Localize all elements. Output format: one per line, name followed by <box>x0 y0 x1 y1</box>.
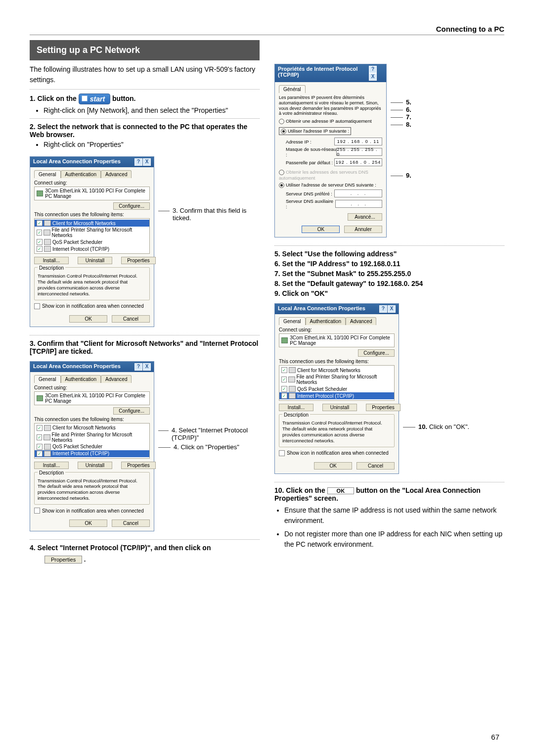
checkbox-icon <box>37 451 43 457</box>
service-icon <box>288 377 295 382</box>
checkbox-icon <box>281 377 287 382</box>
step-9: 9. Click on "OK" <box>274 289 504 297</box>
nic-icon <box>37 190 43 196</box>
dlg-title: Propriétés de Internet Protocol (TCP/IP) <box>278 66 368 81</box>
close-icon: X <box>388 305 396 313</box>
item-tcpip: Internet Protocol (TCP/IP) <box>297 393 354 399</box>
left-column: Setting up a PC Network The following il… <box>30 40 260 564</box>
step-1-suffix: button. <box>112 94 135 102</box>
description-text: Transmission Control Protocol/Internet P… <box>38 273 146 297</box>
uses-items-label: This connection uses the following items… <box>34 417 150 422</box>
radio-icon <box>279 170 284 175</box>
step-1: 1. Click on the start button. <box>30 94 260 104</box>
item-qos: QoS Packet Scheduler <box>52 239 102 245</box>
tip-1: Ensure that the same IP address is not u… <box>284 505 504 526</box>
show-icon-label: Show icon in notification area when conn… <box>42 303 144 309</box>
callout-7: 7. <box>406 113 411 121</box>
callout-3: 3. Confirm that this field is ticked. <box>173 207 260 222</box>
checkbox-icon <box>281 393 287 399</box>
tab-auth: Authentication <box>306 317 346 325</box>
ip-addr-field: 192 . 168 . 0 . 11 <box>334 138 382 145</box>
ok-button: OK <box>69 315 107 323</box>
lac-dialog-3: Local Area Connection Properties ?X Gene… <box>274 303 399 474</box>
help-icon: ? <box>134 363 142 371</box>
description-text: Transmission Control Protocol/Internet P… <box>38 478 146 502</box>
cancel-button: Cancel <box>112 315 150 323</box>
ip-gw-field: 192 . 168 . 0 . 254 <box>334 158 382 166</box>
install-button: Install... <box>34 462 69 469</box>
cancel-button: Cancel <box>112 520 150 527</box>
description-text: Transmission Control Protocol/Internet P… <box>282 420 391 444</box>
nic-field: 3Com EtherLink XL 10/100 PCI For Complet… <box>34 187 150 200</box>
help-icon: ? <box>379 305 387 313</box>
item-client: Client for Microsoft Networks <box>52 425 116 430</box>
step-4: 4. Select "Internet Protocol (TCP/IP)", … <box>30 544 260 552</box>
configure-button: Configure... <box>358 349 395 357</box>
service-icon <box>44 434 50 440</box>
item-tcpip: Internet Protocol (TCP/IP) <box>52 451 109 456</box>
configure-button: Configure... <box>113 202 150 210</box>
dns1-label: Serveur DNS préféré : <box>286 191 332 196</box>
nic-field: 3Com EtherLink XL 10/100 PCI For Complet… <box>279 333 395 347</box>
checkbox-icon <box>37 230 42 236</box>
dns2-label: Serveur DNS auxiliaire : <box>286 198 335 209</box>
lac-dialog-1: Local Area Connection Properties ?X Gene… <box>30 156 154 327</box>
right-column: Propriétés de Internet Protocol (TCP/IP)… <box>274 40 504 564</box>
step-7: 7. Set the "Subnet Mask" to 255.255.255.… <box>274 270 504 278</box>
tab-general: General <box>34 375 61 383</box>
callout-10: 10. Click on "OK". <box>418 423 469 430</box>
close-icon: X <box>369 73 377 81</box>
checkbox-icon <box>37 246 43 252</box>
nic-name: 3Com EtherLink XL 10/100 PCI For Complet… <box>290 335 392 346</box>
titlebar-icons: ?X <box>368 66 383 81</box>
nic-field: 3Com EtherLink XL 10/100 PCI For Complet… <box>34 391 150 405</box>
step-1-sub: Right-click on [My Network], and then se… <box>44 106 260 114</box>
ok-button: OK <box>69 520 107 527</box>
service-icon <box>289 367 296 373</box>
uninstall-button: Uninstall <box>322 404 357 411</box>
items-list: Client for Microsoft Networks File and P… <box>34 218 150 254</box>
advanced-button: Avancé... <box>348 213 382 221</box>
checkbox-icon <box>37 220 43 226</box>
show-icon-label: Show icon in notification area when conn… <box>287 450 389 456</box>
callout-6: 6. <box>406 106 411 113</box>
uninstall-button: Uninstall <box>78 462 112 469</box>
step-6: 6. Set the "IP Address" to 192.168.0.11 <box>274 260 504 268</box>
tab-general: General <box>34 170 61 178</box>
install-button: Install... <box>279 404 313 411</box>
step-10: 10. Click on the OK button on the "Local… <box>274 486 504 502</box>
ip-addr-label: Adresse IP : <box>286 139 312 144</box>
step-8: 8. Set the "Default gateway" to 192.168.… <box>274 280 504 287</box>
tab-general: Général <box>279 85 306 93</box>
item-qos: QoS Packet Scheduler <box>52 444 102 449</box>
step-2: 2. Select the network that is connected … <box>30 123 260 139</box>
titlebar-icons: ?X <box>379 305 396 313</box>
items-list: Client for Microsoft Networks File and P… <box>34 423 150 459</box>
step-1-prefix: 1. Click on the <box>30 94 77 102</box>
intro-text: The following illustrates how to set up … <box>30 64 260 85</box>
step-2-sub: Right-click on "Properties" <box>44 141 260 148</box>
service-icon <box>44 239 51 245</box>
radio-icon <box>279 119 284 124</box>
ok-button: OK <box>314 462 352 470</box>
step-10-prefix: 10. Click on the <box>274 486 325 494</box>
titlebar-icons: ?X <box>134 363 151 371</box>
connect-using-label: Connect using: <box>34 180 150 186</box>
cancel-button: Annuler <box>344 226 382 233</box>
item-fps: File and Printer Sharing for Microsoft N… <box>52 432 147 443</box>
tab-adv: Advanced <box>101 170 132 178</box>
page-header: Connecting to a PC <box>30 25 504 35</box>
tab-general: General <box>279 317 306 325</box>
ip-mask-field: 255 . 255 . 255 . 0 <box>336 148 382 156</box>
properties-button-inline: Properties <box>44 556 82 564</box>
dns-auto-label: Obtenir les adresses des serveurs DNS au… <box>279 169 368 181</box>
radio-icon <box>281 129 286 134</box>
item-fps: File and Printer Sharing for Microsoft N… <box>52 227 147 238</box>
item-tcpip: Internet Protocol (TCP/IP) <box>52 246 109 252</box>
checkbox-icon <box>34 303 40 309</box>
dlg-title: Local Area Connection Properties <box>33 158 121 166</box>
close-icon: X <box>143 158 151 166</box>
tab-adv: Advanced <box>346 317 376 325</box>
tab-adv: Advanced <box>101 375 132 383</box>
description-label: Description <box>282 412 310 418</box>
